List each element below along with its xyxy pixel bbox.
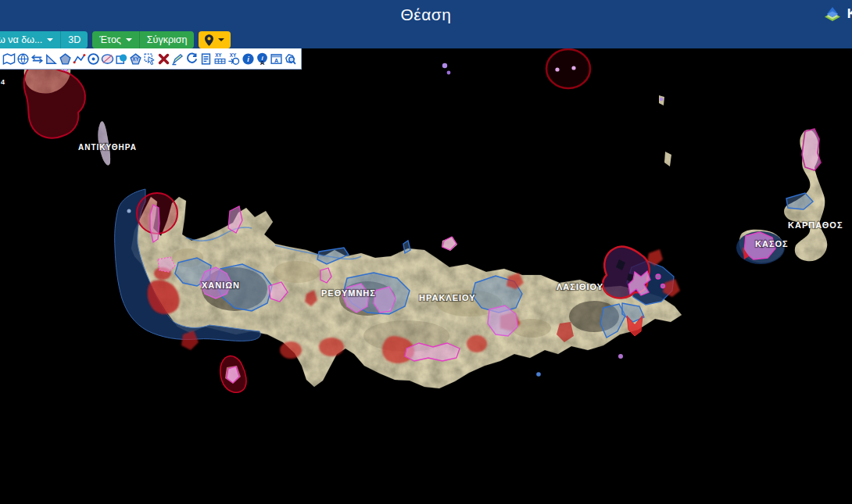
svg-text:XY: XY — [215, 52, 222, 58]
label-rethymno: ΡΕΘΥΜΝΗΣ — [321, 288, 376, 298]
label-kasos: ΚΑΣΟΣ — [755, 239, 789, 248]
brand-text: Κ — [847, 6, 852, 22]
location-pin-icon — [205, 34, 213, 46]
xy-table-icon[interactable]: XY — [213, 50, 227, 68]
ellipse-draw-icon[interactable] — [100, 50, 114, 68]
label-chania: ΧΑΝΙΩΝ — [202, 281, 240, 290]
spatial-search-icon[interactable] — [283, 50, 297, 68]
globe-icon[interactable] — [16, 50, 30, 68]
year-dropdown[interactable]: Έτος — [92, 31, 139, 48]
circle-draw-icon[interactable] — [86, 50, 100, 68]
delete-graphics-icon[interactable] — [156, 50, 170, 68]
svg-text:i: i — [247, 55, 249, 63]
polygon-xy-icon[interactable]: XY — [128, 50, 142, 68]
chevron-down-icon — [126, 38, 132, 41]
edge-text-fragment: 4 — [1, 78, 5, 86]
edit-sketch-icon[interactable] — [170, 50, 184, 68]
view-3d-button[interactable]: 3D — [60, 31, 88, 48]
year-button-group: Έτος Σύγκριση — [92, 31, 194, 48]
brand-link[interactable]: Κ — [823, 5, 852, 22]
gis-toolbar: XYXYXYiiAA — [0, 48, 302, 70]
select-features-icon[interactable] — [142, 50, 156, 68]
map-canvas[interactable]: ΑΝΤΙΚΥΘΗΡΑ ΧΑΝΙΩΝ ΡΕΘΥΜΝΗΣ ΗΡΑΚΛΕΙΟΥ ΛΑΣ… — [0, 0, 852, 504]
chevron-down-icon — [218, 38, 224, 41]
measure-distance-icon[interactable] — [30, 50, 44, 68]
world-map-icon[interactable] — [2, 50, 16, 68]
polygon-draw-icon[interactable] — [58, 50, 72, 68]
layers-logo-icon — [823, 5, 842, 22]
polyline-draw-icon[interactable] — [72, 50, 86, 68]
measure-area-icon[interactable] — [44, 50, 58, 68]
info-attributes-icon[interactable]: iA — [255, 50, 269, 68]
report-icon[interactable] — [199, 50, 213, 68]
xy-goto-icon[interactable]: XY — [227, 50, 241, 68]
label-lasithi: ΛΑΣΙΘΙΟΥ — [557, 282, 603, 291]
svg-text:XY: XY — [132, 56, 139, 62]
view-button-group: ω να δω... 3D — [0, 31, 88, 48]
svg-text:XY: XY — [229, 52, 236, 58]
view-dropdown[interactable]: ω να δω... — [0, 31, 60, 48]
svg-text:A: A — [274, 57, 277, 63]
page-title: Θέαση — [401, 5, 452, 24]
svg-text:A: A — [260, 59, 264, 66]
compare-button[interactable]: Σύγκριση — [139, 31, 195, 48]
chevron-down-icon — [47, 38, 53, 41]
label-karpathos: ΚΑΡΠΑΘΟΣ — [788, 220, 843, 230]
info-icon[interactable]: i — [241, 50, 255, 68]
label-antikythira: ΑΝΤΙΚΥΘΗΡΑ — [78, 143, 137, 152]
label-window-icon[interactable]: A — [269, 50, 283, 68]
map-controls: ω να δω... 3D Έτος Σύγκριση — [0, 31, 231, 48]
refresh-icon[interactable] — [184, 50, 199, 68]
buffer-icon[interactable] — [114, 50, 128, 68]
label-heraklion: ΗΡΑΚΛΕΙΟΥ — [419, 293, 476, 302]
marker-dropdown[interactable] — [199, 31, 231, 48]
